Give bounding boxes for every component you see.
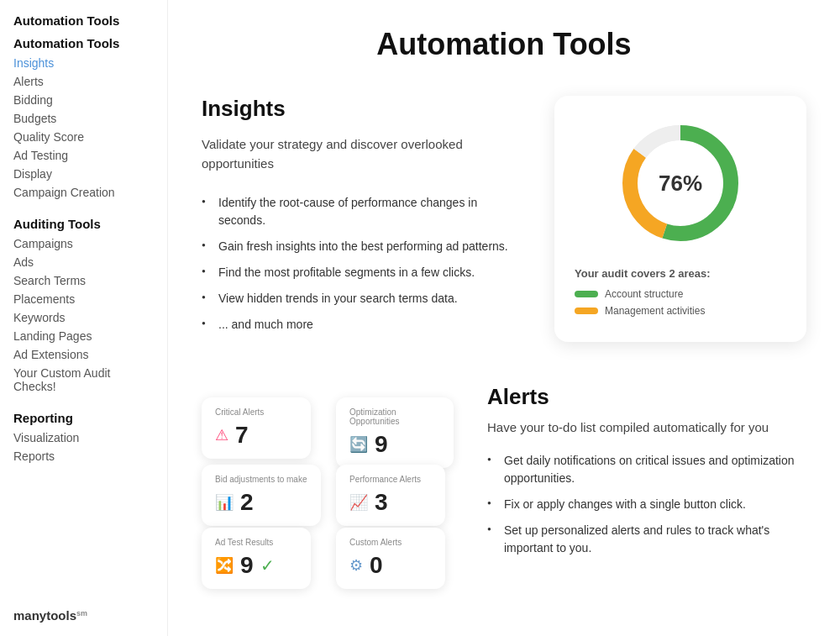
audit-covers-title: Your audit covers 2 areas: [575,267,786,280]
alerts-subtitle: Have your to-do list compiled automatica… [487,420,806,434]
mini-card-icon: 📊 [215,493,234,512]
alerts-bullets: Get daily notifications on critical issu… [487,448,806,561]
mini-card-number: 2 [240,489,254,516]
mini-card-check: ✓ [260,555,275,576]
audit-legend: Account structure Management activities [575,288,786,322]
mini-card: Ad Test Results 🔀 9 ✓ [202,528,311,589]
bullet-item: Set up personalized alerts and rules to … [487,518,806,561]
legend-label: Account structure [605,288,683,300]
sidebar-link[interactable]: Your Custom Audit Checks! [13,364,154,396]
bullet-item: View hidden trends in your search terms … [202,286,521,312]
insights-section: Insights Validate your strategy and disc… [202,96,806,342]
mini-card: Optimization Opportunities 🔄 9 [336,397,454,468]
legend-dot [575,291,598,297]
page-title: Automation Tools [202,27,806,62]
legend-item: Management activities [575,305,786,317]
mini-card-number: 7 [235,422,249,449]
insights-left: Insights Validate your strategy and disc… [202,96,521,338]
mini-card-row: ⚙ 0 [349,552,432,579]
mini-card: Critical Alerts ⚠ 7 [202,397,311,459]
mini-card-row: 🔄 9 [349,431,440,458]
mini-card-label: Optimization Opportunities [349,407,440,426]
sidebar-link[interactable]: Quality Score [13,128,154,146]
sidebar-link[interactable]: Bidding [13,91,154,109]
alerts-section: Alerts Have your to-do list compiled aut… [487,384,806,561]
bullet-item: ... and much more [202,312,521,338]
sidebar-brand: Automation Tools [13,13,154,28]
mini-card-row: ⚠ 7 [215,422,297,449]
mini-card-label: Critical Alerts [215,407,297,417]
mini-card-icon: ⚠ [215,426,228,444]
sidebar-link[interactable]: Ad Testing [13,146,154,165]
mini-card-number: 9 [240,552,254,579]
mini-card-row: 📈 3 [349,489,432,516]
mini-card-number: 3 [375,489,388,516]
main-content: Automation Tools Insights Validate your … [168,0,840,636]
sidebar-link[interactable]: Landing Pages [13,327,154,345]
mini-card-label: Ad Test Results [215,538,297,547]
mini-card-number: 0 [370,552,383,579]
sidebar-link[interactable]: Visualization [13,428,154,447]
sidebar-link[interactable]: Display [13,165,154,183]
mini-card-label: Custom Alerts [349,538,432,547]
mini-card: Bid adjustments to make 📊 2 [202,465,321,526]
mini-card-row: 🔀 9 ✓ [215,552,297,579]
sidebar-link[interactable]: Ad Extensions [13,345,154,364]
mini-card-row: 📊 2 [215,489,307,516]
sidebar-link[interactable]: Budgets [13,109,154,128]
insights-heading: Insights [202,96,521,122]
alerts-heading: Alerts [487,384,806,410]
bullet-item: Fix or apply changes with a single butto… [487,491,806,518]
insights-right: 76% Your audit covers 2 areas: Account s… [554,96,806,342]
insights-subtitle: Validate your strategy and discover over… [202,135,521,173]
sidebar-link[interactable]: Reports [13,447,154,465]
sidebar-link[interactable]: Alerts [13,72,154,91]
mini-card-label: Performance Alerts [349,475,432,484]
insights-bullets: Identify the root-cause of performance c… [202,190,521,338]
sidebar: Automation Tools Automation ToolsInsight… [0,0,168,636]
sidebar-logo: manytoolssm [13,588,154,623]
logo-sup: sm [76,609,87,618]
bullet-item: Find the most profitable segments in a f… [202,260,521,286]
donut-percent: 76% [659,171,702,197]
legend-item: Account structure [575,288,786,300]
sidebar-section-title: Automation Tools [13,36,154,50]
mini-card-icon: 📈 [349,493,368,512]
mini-card-icon: 🔄 [349,435,368,454]
mini-card-icon: ⚙ [349,556,363,575]
sidebar-link[interactable]: Keywords [13,308,154,327]
mini-card-label: Bid adjustments to make [215,475,307,484]
mini-card: Performance Alerts 📈 3 [336,465,445,526]
mini-card: Custom Alerts ⚙ 0 [336,528,445,589]
audit-card: 76% Your audit covers 2 areas: Account s… [554,96,806,342]
sidebar-link[interactable]: Campaign Creation [13,183,154,202]
sidebar-link[interactable]: Placements [13,290,154,308]
logo-text: manytools [13,608,76,623]
bullet-item: Identify the root-cause of performance c… [202,190,521,234]
donut-chart: 76% [613,116,748,250]
sidebar-link[interactable]: Ads [13,253,154,271]
mini-cards-section: Critical Alerts ⚠ 7 Optimization Opportu… [202,384,454,544]
legend-label: Management activities [605,305,705,317]
mini-card-number: 9 [375,431,388,458]
bottom-grid: Critical Alerts ⚠ 7 Optimization Opportu… [202,384,806,561]
bullet-item: Get daily notifications on critical issu… [487,448,806,491]
sidebar-section-title: Reporting [13,411,154,425]
bullet-item: Gain fresh insights into the best perfor… [202,234,521,260]
sidebar-link[interactable]: Insights [13,54,154,72]
sidebar-link[interactable]: Campaigns [13,234,154,253]
mini-card-icon: 🔀 [215,556,234,575]
sidebar-section-title: Auditing Tools [13,217,154,231]
mini-cards-container: Critical Alerts ⚠ 7 Optimization Opportu… [202,397,454,544]
sidebar-link[interactable]: Search Terms [13,271,154,290]
legend-dot [575,307,598,314]
